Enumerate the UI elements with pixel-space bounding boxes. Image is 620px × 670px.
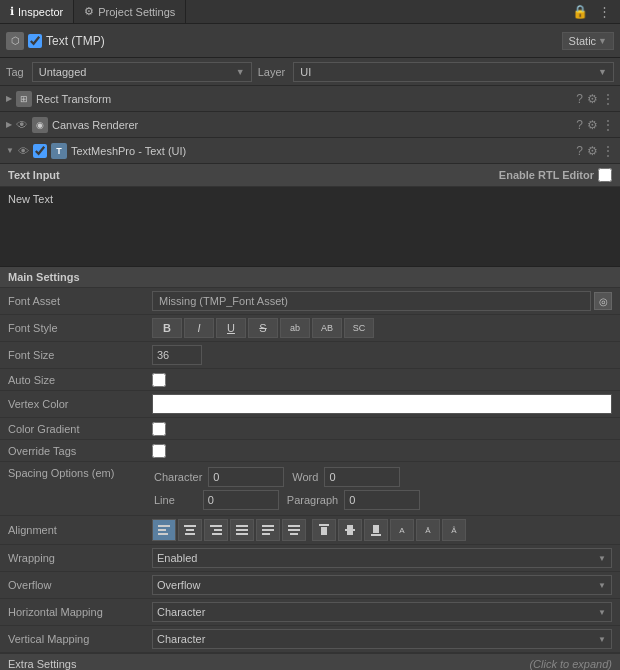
style-uppercase-btn[interactable]: AB xyxy=(312,318,342,338)
color-gradient-checkbox[interactable] xyxy=(152,422,166,436)
vertex-color-label: Vertex Color xyxy=(8,398,148,410)
tmp-settings-icon[interactable]: ⚙ xyxy=(587,144,598,158)
svg-rect-22 xyxy=(347,531,353,535)
align-capline-btn[interactable]: Â xyxy=(442,519,466,541)
text-content-input[interactable]: New Text xyxy=(8,193,612,260)
override-tags-row: Override Tags xyxy=(0,440,620,462)
spacing-paragraph-input[interactable] xyxy=(344,490,420,510)
override-tags-checkbox[interactable] xyxy=(152,444,166,458)
svg-rect-9 xyxy=(236,525,248,527)
canvas-more-icon[interactable]: ⋮ xyxy=(602,118,614,132)
svg-rect-4 xyxy=(186,529,194,531)
canvas-renderer-label: Canvas Renderer xyxy=(52,119,572,131)
main-settings-header: Main Settings xyxy=(0,267,620,288)
text-input-area[interactable]: New Text xyxy=(0,187,620,267)
svg-rect-19 xyxy=(321,527,327,535)
spacing-character-label: Character xyxy=(152,471,202,483)
style-strikethrough-btn[interactable]: S xyxy=(248,318,278,338)
style-lowercase-btn[interactable]: ab xyxy=(280,318,310,338)
settings-container: Font Asset Missing (TMP_Font Asset) ◎ Fo… xyxy=(0,288,620,653)
canvas-renderer-actions: ? ⚙ ⋮ xyxy=(576,118,614,132)
svg-rect-24 xyxy=(373,525,379,533)
tab-inspector[interactable]: ℹ Inspector xyxy=(0,0,74,23)
component-canvas-renderer[interactable]: ▶ 👁 ◉ Canvas Renderer ? ⚙ ⋮ xyxy=(0,112,620,138)
extra-settings-row[interactable]: Extra Settings (Click to expand) xyxy=(0,653,620,670)
svg-rect-11 xyxy=(236,533,248,535)
align-geo-center-btn[interactable] xyxy=(282,519,306,541)
align-midline-btn[interactable]: Ā xyxy=(416,519,440,541)
tab-project-settings[interactable]: ⚙ Project Settings xyxy=(74,0,186,23)
object-3d-icon: ⬡ xyxy=(6,32,24,50)
rect-help-icon[interactable]: ? xyxy=(576,92,583,106)
lock-icon[interactable]: 🔒 xyxy=(569,2,591,21)
tag-dropdown[interactable]: Untagged ▼ xyxy=(32,62,252,82)
rect-settings-icon[interactable]: ⚙ xyxy=(587,92,598,106)
rect-more-icon[interactable]: ⋮ xyxy=(602,92,614,106)
align-justify-btn[interactable] xyxy=(230,519,254,541)
tmp-eye-icon[interactable]: 👁 xyxy=(18,145,29,157)
horizontal-mapping-select[interactable]: Character Line Paragraph Match Aspect xyxy=(152,602,612,622)
wrapping-select[interactable]: Enabled Disabled xyxy=(152,548,612,568)
style-smallcaps-btn[interactable]: SC xyxy=(344,318,374,338)
auto-size-checkbox[interactable] xyxy=(152,373,166,387)
overflow-select[interactable]: Overflow Ellipsis Masking Truncate Scrol… xyxy=(152,575,612,595)
project-settings-tab-label: Project Settings xyxy=(98,6,175,18)
style-italic-btn[interactable]: I xyxy=(184,318,214,338)
align-baseline-btn[interactable]: A xyxy=(390,519,414,541)
svg-rect-16 xyxy=(288,529,300,531)
tmp-help-icon[interactable]: ? xyxy=(576,144,583,158)
textmeshpro-header[interactable]: ▼ 👁 T TextMeshPro - Text (UI) ? ⚙ ⋮ xyxy=(0,138,620,164)
align-flush-btn[interactable] xyxy=(256,519,280,541)
svg-rect-1 xyxy=(158,529,166,531)
align-center-btn[interactable] xyxy=(178,519,202,541)
tag-dropdown-arrow: ▼ xyxy=(236,67,245,77)
alignment-buttons-container: A Ā Â xyxy=(152,519,612,541)
canvas-eye-icon[interactable]: 👁 xyxy=(16,118,28,132)
static-button[interactable]: Static ▼ xyxy=(562,32,614,50)
svg-rect-14 xyxy=(262,533,270,535)
rect-transform-icon: ⊞ xyxy=(16,91,32,107)
font-asset-field[interactable]: Missing (TMP_Font Asset) xyxy=(152,291,591,311)
tmp-name-label: TextMeshPro - Text (UI) xyxy=(71,145,572,157)
component-rect-transform[interactable]: ▶ ⊞ Rect Transform ? ⚙ ⋮ xyxy=(0,86,620,112)
tmp-more-icon[interactable]: ⋮ xyxy=(602,144,614,158)
svg-rect-0 xyxy=(158,525,170,527)
tmp-enabled-checkbox[interactable] xyxy=(33,144,47,158)
vertex-color-picker[interactable] xyxy=(152,394,612,414)
object-active-checkbox[interactable] xyxy=(28,34,42,48)
align-bottom-btn[interactable] xyxy=(364,519,388,541)
align-left-btn[interactable] xyxy=(152,519,176,541)
font-size-input[interactable] xyxy=(152,345,202,365)
align-right-btn[interactable] xyxy=(204,519,228,541)
svg-rect-6 xyxy=(210,525,222,527)
layer-dropdown[interactable]: UI ▼ xyxy=(293,62,614,82)
align-middle-btn[interactable] xyxy=(338,519,362,541)
extra-settings-hint: (Click to expand) xyxy=(529,658,612,670)
font-size-label: Font Size xyxy=(8,349,148,361)
tab-bar: ℹ Inspector ⚙ Project Settings 🔒 ⋮ xyxy=(0,0,620,24)
svg-rect-15 xyxy=(288,525,300,527)
more-options-icon[interactable]: ⋮ xyxy=(595,2,614,21)
rtl-checkbox[interactable] xyxy=(598,168,612,182)
static-dropdown-arrow: ▼ xyxy=(598,36,607,46)
overflow-row: Overflow Overflow Ellipsis Masking Trunc… xyxy=(0,572,620,599)
vertical-mapping-select[interactable]: Character Line Paragraph Match Aspect xyxy=(152,629,612,649)
canvas-help-icon[interactable]: ? xyxy=(576,118,583,132)
canvas-settings-icon[interactable]: ⚙ xyxy=(587,118,598,132)
horizontal-mapping-row: Horizontal Mapping Character Line Paragr… xyxy=(0,599,620,626)
align-top-btn[interactable] xyxy=(312,519,336,541)
spacing-character-input[interactable] xyxy=(208,467,284,487)
spacing-line-input[interactable] xyxy=(203,490,279,510)
object-name-input[interactable] xyxy=(46,34,558,48)
spacing-word-input[interactable] xyxy=(324,467,400,487)
vertex-color-row: Vertex Color xyxy=(0,391,620,418)
svg-rect-2 xyxy=(158,533,168,535)
style-underline-btn[interactable]: U xyxy=(216,318,246,338)
inspector-tab-label: Inspector xyxy=(18,6,63,18)
wrapping-value-container: Enabled Disabled xyxy=(152,548,612,568)
font-asset-picker-btn[interactable]: ◎ xyxy=(594,292,612,310)
rtl-editor-container: Enable RTL Editor xyxy=(499,168,612,182)
style-bold-btn[interactable]: B xyxy=(152,318,182,338)
vertical-mapping-row: Vertical Mapping Character Line Paragrap… xyxy=(0,626,620,653)
main-settings-label: Main Settings xyxy=(8,271,80,283)
